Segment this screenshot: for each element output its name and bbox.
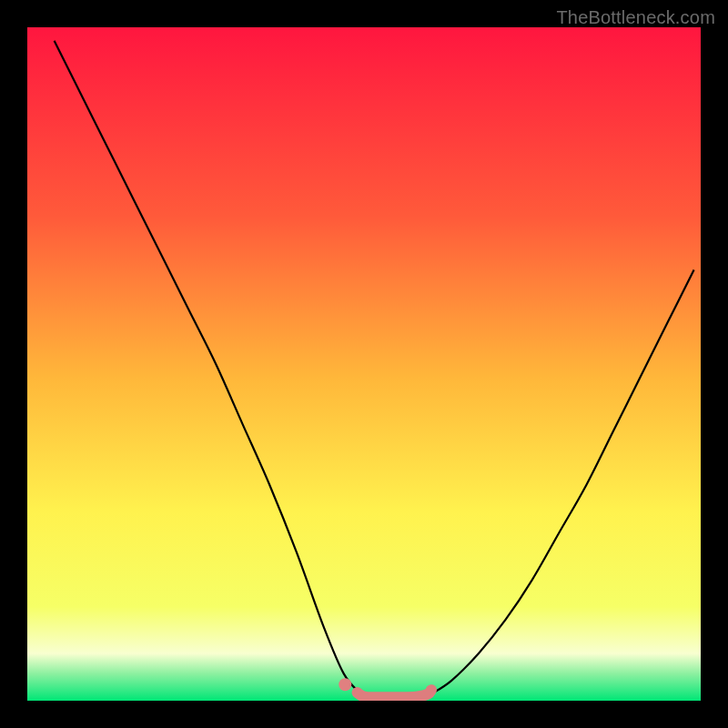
plot-area [27, 27, 701, 701]
left-curve [55, 41, 361, 694]
right-curve [431, 269, 694, 693]
attribution-text: TheBottleneck.com [556, 7, 715, 28]
chart-frame: TheBottleneck.com [0, 0, 728, 728]
bottom-accent [358, 690, 431, 697]
marker-dot-left [339, 678, 351, 691]
curve-layer [27, 27, 701, 701]
